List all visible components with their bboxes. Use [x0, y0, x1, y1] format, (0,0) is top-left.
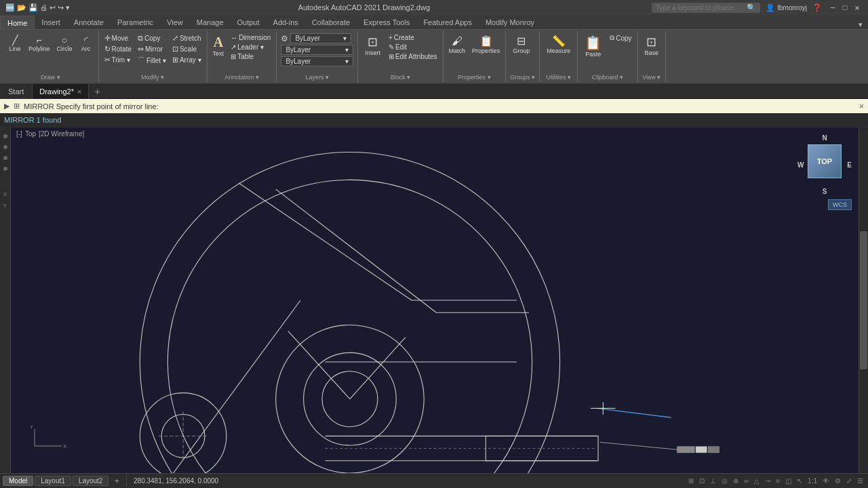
rotate-button[interactable]: ↻Rotate: [102, 44, 134, 54]
close-command-icon[interactable]: ×: [859, 101, 864, 111]
trim-button[interactable]: ✂Trim ▾: [102, 55, 134, 65]
block-group-label[interactable]: Block ▾: [361, 73, 439, 82]
layer-color-dropdown[interactable]: ByLayer ▾: [281, 56, 353, 66]
view-minus-bracket[interactable]: [-]: [16, 130, 22, 138]
tab-annotate[interactable]: Annotate: [67, 16, 111, 29]
dimension-button[interactable]: ↔Dimension: [228, 33, 273, 42]
tab-express[interactable]: Express Tools: [357, 16, 416, 29]
redo-icon[interactable]: ↪: [58, 3, 64, 12]
base-button[interactable]: ⊡Base: [641, 33, 663, 58]
tab-addins[interactable]: Add-ins: [267, 16, 305, 29]
v-scroll-thumb[interactable]: [860, 231, 867, 369]
copy-button[interactable]: ⧉Copy: [135, 33, 169, 43]
edit-button[interactable]: ✎Edit: [386, 43, 440, 52]
customization-icon[interactable]: ☰: [855, 476, 865, 485]
paste-button[interactable]: 📋Paste: [580, 33, 606, 59]
viewcube-face[interactable]: TOP: [808, 144, 842, 178]
doc-tab-close-icon[interactable]: ×: [77, 87, 81, 96]
measure-button[interactable]: 📏Measure: [542, 33, 574, 56]
new-icon[interactable]: 🆕: [5, 3, 15, 12]
polyline-button[interactable]: ⌐Polyline: [26, 33, 53, 54]
tab-home[interactable]: Home: [0, 16, 35, 29]
clipboard-copy-button[interactable]: ⧉Copy: [607, 33, 634, 43]
search-box[interactable]: 🔍: [652, 3, 760, 13]
close-button[interactable]: ×: [852, 2, 863, 13]
undo-icon[interactable]: ↩: [50, 3, 56, 12]
grip-2[interactable]: [696, 447, 707, 453]
ribbon-options-icon[interactable]: ▾: [853, 20, 868, 29]
snap-icon[interactable]: ⊡: [697, 476, 707, 485]
print-icon[interactable]: 🖨: [40, 3, 47, 12]
grid-icon[interactable]: ⊞: [686, 476, 696, 485]
fillet-button[interactable]: ⌒Fillet ▾: [135, 55, 169, 66]
tab-collaborate[interactable]: Collaborate: [305, 16, 357, 29]
select-icon[interactable]: ↖: [795, 476, 804, 485]
tab-insert[interactable]: Insert: [35, 16, 67, 29]
scale-button[interactable]: ⊡Scale: [170, 44, 204, 54]
osnap-icon[interactable]: ⊕: [731, 476, 741, 485]
text-button[interactable]: AText: [210, 33, 227, 58]
grip-1[interactable]: [677, 447, 695, 453]
insert-button[interactable]: ⊡Insert: [361, 33, 384, 61]
drawing-canvas[interactable]: [11, 127, 868, 473]
dynmode-icon[interactable]: ⊸: [763, 476, 772, 485]
otrack-icon[interactable]: ∞: [742, 476, 751, 485]
view-top-label[interactable]: Top: [25, 130, 36, 138]
add-layout-button[interactable]: +: [110, 476, 123, 486]
polar-icon[interactable]: ◎: [719, 476, 730, 485]
circle-button[interactable]: ○Circle: [54, 33, 75, 54]
open-icon[interactable]: 📂: [17, 3, 26, 12]
mirror-button[interactable]: ⇔Mirror: [135, 44, 169, 54]
maximize-button[interactable]: □: [840, 2, 850, 13]
save-icon[interactable]: 💾: [28, 3, 38, 12]
doc-tab-drawing2[interactable]: Drawing2* ×: [33, 84, 89, 99]
workspace-settings-icon[interactable]: ⚙: [833, 476, 843, 485]
stretch-button[interactable]: ⤢Stretch: [170, 33, 204, 43]
fullscreen-icon[interactable]: ⤢: [844, 476, 854, 485]
array-button[interactable]: ⊞Array ▾: [170, 55, 204, 65]
doc-tab-start[interactable]: Start: [0, 84, 33, 99]
view-wireframe-label[interactable]: [2D Wireframe]: [39, 130, 84, 138]
model-tab[interactable]: Model: [3, 476, 33, 486]
tab-modify-monroy[interactable]: Modify Monroy: [479, 16, 541, 29]
tab-output[interactable]: Output: [231, 16, 267, 29]
arc-button[interactable]: ◜Arc: [77, 33, 96, 54]
customize-icon[interactable]: ▾: [66, 3, 70, 12]
tab-parametric[interactable]: Parametric: [111, 16, 160, 29]
search-input[interactable]: [656, 4, 744, 12]
group-button[interactable]: ⊟Group: [509, 33, 534, 56]
table-button[interactable]: ⊞Table: [228, 52, 273, 61]
transparency-icon[interactable]: ◫: [783, 476, 793, 485]
move-button[interactable]: ✛Move: [102, 33, 134, 43]
create-button[interactable]: +Create: [386, 33, 440, 42]
ortho-icon[interactable]: ⊥: [708, 476, 718, 485]
groups-group-label[interactable]: Groups ▾: [509, 73, 536, 82]
view-group-label[interactable]: View ▾: [641, 73, 663, 82]
properties-button[interactable]: 📋Properties: [469, 33, 502, 56]
modify-group-label[interactable]: Modify ▾: [102, 73, 204, 82]
v-scrollbar[interactable]: [859, 127, 868, 473]
minimize-button[interactable]: –: [827, 2, 838, 13]
clipboard-group-label[interactable]: Clipboard ▾: [580, 73, 634, 82]
layer-state-dropdown[interactable]: ByLayer ▾: [290, 33, 351, 43]
grip-3[interactable]: [708, 447, 719, 453]
draw-group-label[interactable]: Draw ▾: [5, 73, 96, 82]
annotation-group-label[interactable]: Annotation ▾: [210, 73, 274, 82]
utilities-group-label[interactable]: Utilities ▾: [542, 73, 574, 82]
annotation-scale-icon[interactable]: 1:1: [806, 476, 819, 485]
line-button[interactable]: ╱Line: [5, 33, 24, 54]
layer-dropdown[interactable]: ByLayer ▾: [281, 45, 353, 55]
edit-attributes-button[interactable]: ⊞Edit Attributes: [386, 52, 440, 61]
layout2-tab[interactable]: Layout2: [73, 476, 109, 486]
lineweight-icon[interactable]: ≡: [774, 476, 782, 485]
properties-group-label[interactable]: Properties ▾: [446, 73, 503, 82]
layout1-tab[interactable]: Layout1: [35, 476, 71, 486]
tab-featured[interactable]: Featured Apps: [416, 16, 479, 29]
help-icon[interactable]: ❓: [812, 3, 822, 12]
tab-view[interactable]: View: [160, 16, 190, 29]
annotate-visibility-icon[interactable]: 👁: [821, 476, 831, 485]
tab-manage[interactable]: Manage: [190, 16, 231, 29]
leader-button[interactable]: ↗Leader ▾: [228, 43, 273, 52]
ducs-icon[interactable]: △: [752, 476, 762, 485]
canvas-viewport[interactable]: [-] Top [2D Wireframe]: [11, 127, 868, 473]
